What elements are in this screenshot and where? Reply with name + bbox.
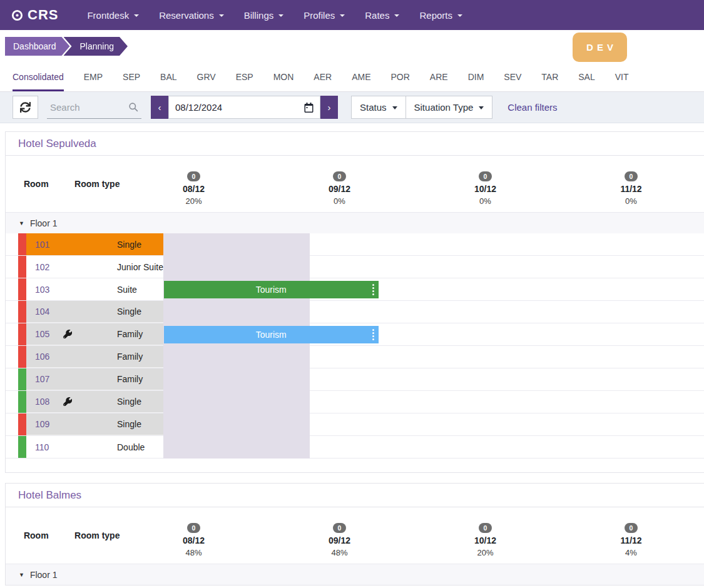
room-timeline[interactable] xyxy=(163,436,704,458)
chevron-down-icon xyxy=(278,14,283,17)
maintenance-indicator xyxy=(63,397,72,406)
tab-grv[interactable]: GRV xyxy=(197,63,216,91)
maintenance-wrench-icon xyxy=(63,330,72,338)
tab-bal[interactable]: BAL xyxy=(160,63,176,91)
room-info-cells: 106Family xyxy=(26,346,163,368)
situation-type-dropdown[interactable]: Situation Type xyxy=(406,96,493,119)
room-row-104[interactable]: 104Single xyxy=(6,301,704,323)
reservation-menu-icon[interactable] xyxy=(372,284,374,295)
occupancy-percentage: 20% xyxy=(121,196,267,206)
nav-item-reports[interactable]: Reports xyxy=(419,10,462,21)
date-label: 09/12 xyxy=(267,535,412,545)
room-row-103[interactable]: 103SuiteTourism xyxy=(6,278,704,301)
tab-sep[interactable]: SEP xyxy=(123,63,140,91)
room-number: 105 xyxy=(35,329,49,339)
status-dropdown[interactable]: Status xyxy=(351,96,406,119)
date-column-header-08-12: 008/1248% xyxy=(121,507,267,564)
room-info-cells: 101Single xyxy=(26,233,163,255)
room-row-105[interactable]: 105FamilyTourism xyxy=(6,323,704,346)
clean-filters-link[interactable]: Clean filters xyxy=(508,102,557,113)
room-row-110[interactable]: 110Double xyxy=(6,436,704,459)
search-input[interactable] xyxy=(50,102,128,113)
previous-day-button[interactable]: ‹ xyxy=(151,96,168,119)
room-type-cell: Junior Suite xyxy=(99,256,163,278)
room-row-102[interactable]: 102Junior Suite xyxy=(6,256,704,278)
tab-vit[interactable]: VIT xyxy=(615,63,629,91)
room-number-cell: 105 xyxy=(26,323,99,345)
nav-item-label: Reservations xyxy=(159,10,214,21)
floor-label: Floor 1 xyxy=(30,218,58,228)
reservation-menu-icon[interactable] xyxy=(372,329,374,340)
refresh-button[interactable] xyxy=(13,96,38,119)
nav-item-rates[interactable]: Rates xyxy=(365,10,399,21)
room-timeline[interactable] xyxy=(163,413,704,435)
date-label: 11/12 xyxy=(558,535,704,545)
refresh-icon xyxy=(20,102,31,113)
room-timeline[interactable]: Tourism xyxy=(163,278,704,300)
nav-item-profiles[interactable]: Profiles xyxy=(304,10,345,21)
count-badge: 0 xyxy=(479,171,492,181)
nav-item-billings[interactable]: Billings xyxy=(244,10,284,21)
room-timeline[interactable] xyxy=(163,391,704,413)
room-status-stripe-red xyxy=(18,256,26,278)
room-number-cell: 102 xyxy=(26,256,99,278)
tab-emp[interactable]: EMP xyxy=(84,63,103,91)
room-row-109[interactable]: 109Single xyxy=(6,413,704,436)
tab-dim[interactable]: DIM xyxy=(468,63,484,91)
tab-esp[interactable]: ESP xyxy=(236,63,253,91)
room-type-cell: Single xyxy=(99,233,163,255)
tab-tar[interactable]: TAR xyxy=(541,63,558,91)
room-row-107[interactable]: 107Family xyxy=(6,368,704,391)
next-day-button[interactable]: › xyxy=(320,96,338,119)
date-column-header-08-12: 008/1220% xyxy=(121,156,267,212)
nav-item-frontdesk[interactable]: Frontdesk xyxy=(87,10,139,21)
app-logo[interactable]: CRS xyxy=(11,7,58,23)
breadcrumb-dashboard[interactable]: Dashboard xyxy=(5,37,70,56)
date-label: 08/12 xyxy=(121,535,267,545)
nav-item-reservations[interactable]: Reservations xyxy=(159,10,224,21)
search-field xyxy=(47,96,141,119)
brand-text: CRS xyxy=(28,7,58,23)
room-type-cell: Family xyxy=(99,368,163,390)
room-status-stripe-red xyxy=(18,323,26,345)
room-number-cell: 108 xyxy=(26,391,99,412)
chevron-down-icon xyxy=(457,14,462,17)
tab-aer[interactable]: AER xyxy=(314,63,332,91)
tab-por[interactable]: POR xyxy=(390,63,409,91)
breadcrumb-planning[interactable]: Planning xyxy=(64,37,128,56)
nav-item-label: Rates xyxy=(365,10,389,21)
room-timeline[interactable]: Tourism xyxy=(163,323,704,345)
date-field[interactable] xyxy=(168,96,320,119)
room-timeline[interactable] xyxy=(163,301,704,323)
floor-label: Floor 1 xyxy=(30,570,58,580)
date-column-header-11-12: 011/124% xyxy=(558,507,704,564)
chevron-down-icon xyxy=(340,14,345,17)
room-info-cells: 102Junior Suite xyxy=(26,256,163,278)
occupancy-percentage: 0% xyxy=(412,196,558,206)
reservation-bar[interactable]: Tourism xyxy=(164,281,379,298)
room-timeline[interactable] xyxy=(163,368,704,390)
tab-sev[interactable]: SEV xyxy=(504,63,521,91)
tab-are[interactable]: ARE xyxy=(430,63,448,91)
gutter xyxy=(6,156,21,212)
room-number-cell: 107 xyxy=(26,368,99,390)
room-row-101[interactable]: 101Single xyxy=(6,233,704,256)
date-input[interactable] xyxy=(175,102,282,113)
tab-sal[interactable]: SAL xyxy=(578,63,594,91)
tab-ame[interactable]: AME xyxy=(352,63,370,91)
tab-mon[interactable]: MON xyxy=(273,63,294,91)
room-timeline[interactable] xyxy=(163,256,704,278)
tab-consolidated[interactable]: Consolidated xyxy=(13,63,64,91)
room-row-108[interactable]: 108Single xyxy=(6,391,704,413)
room-timeline[interactable] xyxy=(163,233,704,255)
room-row-106[interactable]: 106Family xyxy=(6,346,704,368)
floor-row-floor-1[interactable]: ▼Floor 1 xyxy=(6,564,704,585)
room-type-cell: Family xyxy=(99,346,163,367)
gutter xyxy=(6,507,21,564)
room-timeline[interactable] xyxy=(163,346,704,368)
nav-item-label: Frontdesk xyxy=(87,10,129,21)
room-info-cells: 108Single xyxy=(26,391,163,413)
floor-row-floor-1[interactable]: ▼Floor 1 xyxy=(6,212,704,233)
date-column-header-09-12: 009/1248% xyxy=(267,507,412,564)
reservation-bar[interactable]: Tourism xyxy=(164,326,379,343)
